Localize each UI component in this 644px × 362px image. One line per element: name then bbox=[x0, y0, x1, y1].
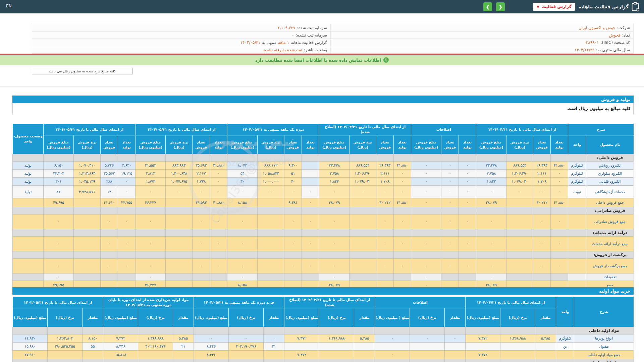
value-cell bbox=[302, 170, 319, 178]
table-row: الکترود روتایليکیلوگرم۴۱,۸۸۰۲۶,۳۹۳۸۸۹,۵۵… bbox=[13, 162, 634, 170]
empty-cell bbox=[394, 229, 411, 237]
value-cell bbox=[48, 351, 83, 359]
empty-cell bbox=[229, 327, 264, 335]
value-cell: ۳۰۱ bbox=[44, 178, 74, 186]
empty-cell bbox=[319, 229, 350, 237]
company-info-table: شرکت:جوش و اکسیژن ایرانسرمایه ثبت شده:۲,… bbox=[32, 24, 634, 54]
value-cell: ۳۵,۵۶۲ bbox=[101, 170, 118, 178]
raw-material-table: شرحواحداز ابتدای سال مالی تا تاریخ ۱۴۰۴/… bbox=[12, 296, 634, 362]
empty-cell bbox=[103, 327, 138, 335]
empty-cell bbox=[459, 251, 476, 259]
value-cell bbox=[258, 215, 284, 229]
report-type-select[interactable]: گزارش فعالیت ▼ bbox=[533, 3, 575, 11]
value-cell: ۰ bbox=[459, 198, 476, 207]
value-cell: ۰ bbox=[284, 186, 302, 198]
value-cell: ۰ bbox=[411, 186, 441, 198]
status-cell bbox=[13, 215, 44, 229]
value-cell: ۱,۰۷۷,۶۷۵ bbox=[166, 178, 193, 186]
value-cell: ۰ bbox=[319, 237, 350, 251]
value-cell: ۴,۶۳۰ bbox=[118, 162, 136, 170]
value-cell: ۱,۳۶۸,۹۸۸ bbox=[500, 335, 535, 343]
previous-report-button[interactable]: ❮ bbox=[483, 2, 492, 11]
column-header: نرخ (ریال) bbox=[410, 308, 445, 327]
value-cell: ۱,۸۷۳ bbox=[136, 178, 166, 186]
info-value: ۲,۱۰۹,۶۲۷ bbox=[278, 25, 296, 30]
status-cell bbox=[13, 259, 44, 274]
info-label: وضعیت ناشر: bbox=[304, 48, 327, 52]
value-cell: ۰ bbox=[118, 237, 136, 251]
empty-cell bbox=[551, 207, 568, 215]
value-cell: ۰ bbox=[411, 237, 441, 251]
value-cell: ۴۱,۸۸۰ bbox=[551, 198, 568, 207]
value-cell: ۰ bbox=[551, 259, 568, 274]
value-cell bbox=[500, 343, 535, 351]
value-cell: ۴۱,۸۸۰ bbox=[551, 162, 568, 170]
value-cell: ۱,۰۷۹,۰۴۰ bbox=[506, 178, 533, 186]
value-cell: ۱,۰۵۸,۸۲۴ bbox=[258, 170, 284, 178]
value-cell bbox=[229, 351, 264, 359]
row-label: تخفیفات bbox=[586, 274, 634, 281]
empty-cell bbox=[476, 251, 506, 259]
column-header: مقدار bbox=[83, 308, 103, 327]
info-value: فجوش bbox=[609, 33, 620, 38]
status-cell: تولید bbox=[13, 162, 44, 170]
value-cell: ۸۸۳,۹۸۳ bbox=[166, 162, 193, 170]
value-cell: ۷,۳۷۲ bbox=[284, 351, 319, 359]
empty-cell bbox=[83, 359, 103, 362]
section-label: فروش صادراتی: bbox=[586, 207, 634, 215]
column-header: نرخ (ریال) bbox=[500, 308, 535, 327]
status-cell bbox=[13, 198, 44, 207]
value-cell: ۰ bbox=[551, 178, 568, 186]
value-cell: ۰ bbox=[284, 215, 302, 229]
value-cell: ۰ bbox=[136, 274, 166, 281]
value-cell: ۱,۰۰۰,۰۰۰ bbox=[258, 178, 284, 186]
column-header: نرخ فروش (ریال) bbox=[350, 135, 376, 154]
value-cell bbox=[264, 351, 284, 359]
section-row: درآمد ارائه خدمات: bbox=[13, 229, 634, 237]
value-cell: ۰ bbox=[441, 170, 459, 178]
table-row: جمع مواد اولیه داخلی۷,۳۷۲۰۷,۳۷۲۸,۴۴۶۱۵,۸… bbox=[13, 351, 634, 359]
value-cell: ۰ bbox=[44, 274, 74, 281]
value-cell: ۰ bbox=[101, 237, 118, 251]
empty-cell bbox=[466, 327, 500, 335]
empty-cell bbox=[533, 154, 551, 162]
value-cell: ۰ bbox=[136, 259, 166, 274]
column-header: مبلغ فروش (میلیون ریال) bbox=[411, 135, 441, 154]
value-cell bbox=[535, 351, 556, 359]
column-group-header: شرح bbox=[574, 297, 634, 327]
info-value: ۰ bbox=[292, 33, 294, 38]
value-cell: ۱۱,۹۳۰ bbox=[13, 335, 48, 343]
value-cell: ۷,۳۷۲ bbox=[103, 335, 138, 343]
empty-cell bbox=[83, 327, 103, 335]
value-cell: ۳۰ bbox=[284, 178, 302, 186]
value-cell: ۰ bbox=[258, 186, 284, 198]
value-cell bbox=[258, 237, 284, 251]
section-label: فروش داخلی: bbox=[586, 154, 634, 162]
language-en-link[interactable]: EN bbox=[6, 4, 12, 8]
empty-cell bbox=[445, 327, 466, 335]
empty-cell bbox=[551, 251, 568, 259]
value-cell: ۰ bbox=[166, 186, 193, 198]
value-cell: ۵,۳۸۵ bbox=[535, 335, 556, 343]
value-cell: ۱۹,۱۲۵ bbox=[118, 170, 136, 178]
value-cell: ۱,۳۶۸,۹۸۸ bbox=[138, 335, 173, 343]
value-cell bbox=[506, 274, 533, 281]
empty-cell bbox=[264, 327, 284, 335]
value-cell: ۲۹۰,۵۴۵,۴۵۵ bbox=[48, 343, 83, 351]
info-cell-right: نماد:فجوش bbox=[330, 32, 634, 39]
value-cell bbox=[533, 274, 551, 281]
row-label: انواع پودرها bbox=[574, 335, 634, 343]
empty-cell bbox=[284, 251, 302, 259]
value-cell bbox=[441, 274, 459, 281]
empty-cell bbox=[284, 207, 302, 215]
unit-cell: کیلوگرم bbox=[556, 335, 574, 343]
value-cell: ۰ bbox=[302, 259, 319, 274]
value-cell: ۲,۸۱۲ bbox=[136, 170, 166, 178]
value-cell bbox=[319, 351, 354, 359]
empty-cell bbox=[227, 251, 258, 259]
next-report-button[interactable]: ❯ bbox=[496, 2, 505, 11]
empty-cell bbox=[138, 359, 173, 362]
value-cell: ۰ bbox=[376, 215, 394, 229]
empty-cell bbox=[410, 359, 445, 362]
column-group-header: از ابتدای سال مالی تا تاریخ ۱۴۰۴/۰۴/۳۱ bbox=[466, 297, 556, 308]
